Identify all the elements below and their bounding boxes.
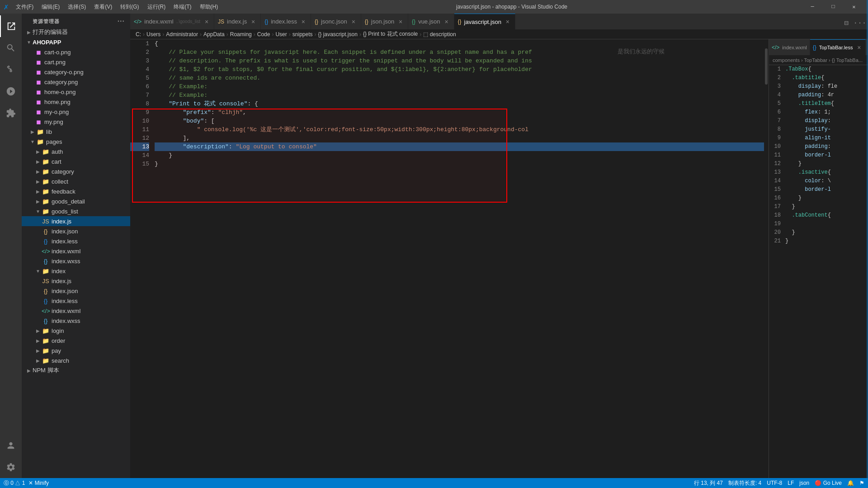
breadcrumb-item[interactable]: snippets [292, 31, 313, 38]
scrollbar-thumb[interactable] [765, 48, 768, 85]
breadcrumb-item[interactable]: {} javascript.json [318, 31, 358, 38]
tab-size[interactable]: 制表符长度: 4 [728, 479, 761, 487]
activity-icon-git[interactable] [0, 59, 22, 81]
sidebar-item-auth[interactable]: ▶ 📁 auth [22, 147, 130, 156]
sidebar-item-goods-list-index-wxss[interactable]: {} index.wxss [22, 256, 130, 266]
tab-close-button[interactable]: × [350, 18, 357, 25]
activity-icon-settings[interactable] [0, 456, 22, 478]
minimize-button[interactable]: ─ [802, 0, 823, 14]
activity-icon-extensions[interactable] [0, 102, 22, 124]
list-item[interactable]: ◼ home-o.png [22, 87, 130, 97]
code-editor[interactable]: { // Place your snippets for javascript … [153, 39, 764, 478]
list-item[interactable]: ◼ my.png [22, 117, 130, 127]
tab-jsonc[interactable]: {} jsonc.json × [311, 14, 361, 29]
breadcrumb-item[interactable]: ⬚ description [423, 31, 456, 38]
list-item[interactable]: ◼ my-o.png [22, 107, 130, 117]
encoding[interactable]: UTF-8 [767, 480, 782, 486]
breadcrumb-item[interactable]: Code [257, 31, 270, 38]
breadcrumb-item[interactable]: Administrator [166, 31, 198, 38]
breadcrumb-item[interactable]: Users [146, 31, 160, 38]
sidebar-item-goods-list-index-wxml[interactable]: </> index.wxml [22, 246, 130, 256]
sidebar-item-goods-list-index-less[interactable]: {} index.less [22, 236, 130, 246]
list-item[interactable]: ◼ cart-o.png [22, 47, 130, 57]
sidebar-item-cart[interactable]: ▶ 📁 cart [22, 156, 130, 166]
list-item[interactable]: ◼ category.png [22, 77, 130, 87]
menu-item-h[interactable]: 帮助(H) [196, 2, 222, 12]
breadcrumb-item[interactable]: {} Print to 花式 console [363, 30, 418, 38]
sidebar-item-goods-list-index-js[interactable]: JS index.js [22, 216, 130, 226]
sidebar-item-lib[interactable]: ▶ 📁 lib [22, 127, 130, 137]
sidebar-section-open-editors[interactable]: ▶ 打开的编辑器 [22, 27, 130, 37]
maximize-button[interactable]: □ [823, 0, 844, 14]
tab-close-button[interactable]: × [300, 18, 307, 25]
menu-item-f[interactable]: 文件(F) [12, 2, 37, 12]
tab-javascript-json[interactable]: {} javascript.json × [454, 14, 515, 29]
sidebar-item-index-index-wxss[interactable]: {} index.wxss [22, 316, 130, 326]
sidebar-section-project[interactable]: ▼ AHOPAPP [22, 37, 130, 47]
tab-close-button[interactable]: × [203, 18, 210, 25]
tab-vue[interactable]: {} vue.json × [408, 14, 454, 29]
breadcrumb-item[interactable]: User [275, 31, 287, 38]
breadcrumb-item[interactable]: Roaming [230, 31, 252, 38]
sidebar-item-index-index-wxml[interactable]: </> index.wxml [22, 306, 130, 316]
chevron-right-icon: ▶ [34, 149, 42, 154]
close-button[interactable]: ✕ [844, 0, 864, 14]
menu-item-s[interactable]: 选择(S) [64, 2, 90, 12]
tab-close-button[interactable]: × [250, 18, 257, 25]
sidebar-item-index-index-js[interactable]: JS index.js [22, 276, 130, 286]
menu-item-v[interactable]: 查看(V) [90, 2, 116, 12]
sidebar-item-index[interactable]: ▼ 📁 index [22, 266, 130, 276]
sidebar-item-index-index-json[interactable]: {} index.json [22, 286, 130, 296]
vertical-scrollbar[interactable] [764, 39, 769, 478]
sidebar-item-category[interactable]: ▶ 📁 category [22, 166, 130, 176]
tab-close-button[interactable]: × [397, 18, 404, 25]
minify-status[interactable]: ✕ Minify [28, 480, 49, 486]
tab-json[interactable]: {} json.json × [361, 14, 408, 29]
sidebar-item-collect[interactable]: ▶ 📁 collect [22, 176, 130, 186]
menu-item-r[interactable]: 运行(R) [144, 2, 170, 12]
tab-index-js[interactable]: JS index.js × [214, 14, 261, 29]
sidebar-item-feedback[interactable]: ▶ 📁 feedback [22, 186, 130, 196]
sidebar-item-npm-scripts[interactable]: ▶ NPM 脚本 [22, 365, 130, 375]
sidebar-more-button[interactable]: ··· [118, 17, 125, 25]
tab-close-button[interactable]: × [443, 18, 450, 25]
tab-close-button[interactable]: × [855, 44, 863, 51]
sidebar-item-goods-list-index-json[interactable]: {} index.json [22, 226, 130, 236]
menu-item-g[interactable]: 转到(G) [117, 2, 142, 12]
list-item[interactable]: ◼ cart.png [22, 57, 130, 67]
more-actions-button[interactable]: ··· [854, 17, 866, 29]
sidebar-tree[interactable]: ▶ 打开的编辑器 ▼ AHOPAPP ◼ cart-o.png ◼ cart.p… [22, 27, 130, 478]
sidebar-item-goods-list[interactable]: ▼ 📁 goods_list [22, 206, 130, 216]
menu-item-e[interactable]: 编辑(E) [38, 2, 63, 12]
language-mode[interactable]: json [799, 480, 809, 486]
git-branch-status[interactable]: ⓪ 0 △ 1 [4, 479, 25, 487]
tab-right-index-wxml[interactable]: </> index.wxml [769, 39, 810, 55]
sidebar-item-goods-detail[interactable]: ▶ 📁 goods_detail [22, 196, 130, 206]
activity-icon-search[interactable] [0, 37, 22, 59]
activity-icon-debug[interactable] [0, 81, 22, 102]
notifications-button[interactable]: 🔔 [847, 480, 854, 486]
activity-icon-account[interactable] [0, 435, 22, 456]
tab-index-less[interactable]: {} index.less × [261, 14, 311, 29]
cursor-position[interactable]: 行 13, 列 47 [694, 479, 723, 487]
right-pane-code-content[interactable]: 1 2 3 4 5 6 7 8 9 10 11 12 13 [769, 65, 868, 478]
breadcrumb-item[interactable]: C: [136, 31, 141, 38]
line-endings[interactable]: LF [788, 480, 794, 486]
tab-close-button[interactable]: × [504, 18, 511, 25]
feedback-button[interactable]: ⚑ [859, 480, 864, 486]
breadcrumb-item[interactable]: AppData [203, 31, 225, 38]
sidebar-item-pages[interactable]: ▼ 📁 pages [22, 137, 130, 147]
sidebar-item-search[interactable]: ▶ 📁 search [22, 355, 130, 365]
list-item[interactable]: ◼ category-o.png [22, 67, 130, 77]
sidebar-item-pay[interactable]: ▶ 📁 pay [22, 346, 130, 355]
tab-right-topbar-less[interactable]: {} TopTabBar.less × [810, 39, 866, 55]
tab-index-wxml[interactable]: </> index.wxml ..\goods_list × [130, 14, 214, 29]
menu-item-t[interactable]: 终端(T) [170, 2, 195, 12]
sidebar-item-index-index-less[interactable]: {} index.less [22, 296, 130, 306]
split-editor-button[interactable]: ⊟ [840, 17, 853, 29]
sidebar-item-order[interactable]: ▶ 📁 order [22, 336, 130, 346]
sidebar-item-login[interactable]: ▶ 📁 login [22, 326, 130, 336]
activity-icon-explorer[interactable] [0, 15, 22, 37]
go-live-button[interactable]: 🔴 Go Live [815, 480, 842, 486]
list-item[interactable]: ◼ home.png [22, 97, 130, 107]
